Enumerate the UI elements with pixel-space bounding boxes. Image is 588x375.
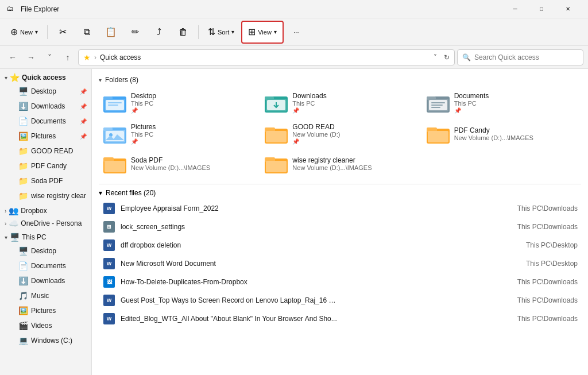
search-box[interactable]: 🔍	[457, 49, 583, 65]
sidebar-item-wiseregistry[interactable]: 📁 wise registry clear	[11, 188, 91, 203]
view-label: View	[258, 29, 272, 36]
minimize-button[interactable]: ─	[502, 0, 528, 18]
pdfcandy-icon: 📁	[18, 161, 28, 171]
share-button[interactable]: ⤴	[148, 21, 171, 44]
thispc-videos[interactable]: 🎬 Videos	[11, 318, 91, 333]
delete-button[interactable]: 🗑	[172, 21, 195, 44]
folder-downloads-icon	[265, 93, 288, 113]
recent-file-3[interactable]: W New Microsoft Word Document This PC\De…	[99, 254, 581, 273]
recent-file-6[interactable]: W Edited_Blog_WTG_All About "About Blank…	[99, 310, 581, 328]
folder-sodapdf-info: Soda PDF New Volume (D:)...\IMAGES	[131, 156, 210, 171]
folder-goodread-icon	[265, 124, 288, 144]
folder-documents-pin: 📌	[454, 107, 489, 114]
sidebar-item-sodapdf[interactable]: 📁 Soda PDF	[11, 173, 91, 188]
folder-downloads-pin: 📌	[292, 107, 326, 114]
thispc-header[interactable]: ▾ 🖥️ This PC	[0, 231, 91, 243]
quick-access-header[interactable]: ▾ ⭐ Quick access	[0, 71, 91, 84]
folder-downloads[interactable]: Downloads This PC 📌	[260, 88, 419, 117]
folder-documents-icon	[427, 93, 450, 113]
folder-documents[interactable]: Documents This PC 📌	[422, 88, 581, 117]
thispc-windowsc-icon: 💻	[18, 336, 28, 345]
file-name-2: dff dropbox deletion	[121, 241, 339, 249]
sidebar-item-desktop[interactable]: 🖥️ Desktop 📌	[11, 84, 91, 99]
thispc-music[interactable]: 🎵 Music	[11, 288, 91, 303]
separator-1	[47, 25, 48, 39]
maximize-button[interactable]: □	[528, 0, 555, 18]
thispc-windowsc[interactable]: 💻 Windows (C:)	[11, 333, 91, 348]
thispc-pictures[interactable]: 🖼️ Pictures	[11, 303, 91, 318]
refresh-button[interactable]: ↻	[444, 53, 450, 61]
thispc-label: This PC	[22, 233, 47, 241]
delete-icon: 🗑	[179, 27, 188, 37]
folder-pdfcandy[interactable]: PDF Candy New Volume (D:)...\IMAGES	[422, 119, 581, 148]
thispc-windowsc-label: Windows (C:)	[31, 337, 72, 345]
sidebar-wiseregistry-label: wise registry clear	[31, 192, 86, 200]
quick-access-icon: ⭐	[10, 73, 20, 82]
search-input[interactable]	[474, 53, 578, 61]
recent-file-0[interactable]: W Employee Appraisal Form_2022 This PC\D…	[99, 199, 581, 218]
view-button[interactable]: ⊞ View ▾	[241, 21, 284, 44]
paste-button[interactable]: 📋	[99, 21, 122, 44]
file-icon-1: ⊞	[102, 220, 116, 234]
folder-desktop-icon	[103, 93, 126, 113]
cut-button[interactable]: ✂	[51, 21, 74, 44]
sort-button[interactable]: ⇅ Sort ▾	[202, 21, 240, 44]
new-button[interactable]: ⊕ New ▾	[5, 21, 44, 44]
folder-wiseregistry-info: wise registry cleaner New Volume (D:)...…	[292, 156, 372, 171]
rename-button[interactable]: ✏	[123, 21, 146, 44]
recent-file-1[interactable]: ⊞ lock_screen_settings This PC\Downloads	[99, 218, 581, 236]
folder-documents-info: Documents This PC 📌	[454, 92, 489, 114]
sidebar-goodread-label: GOOD READ	[31, 147, 73, 155]
folder-desktop[interactable]: Desktop This PC 📌	[99, 88, 258, 117]
thispc-videos-icon: 🎬	[18, 321, 28, 330]
thispc-pictures-label: Pictures	[31, 307, 56, 315]
cut-icon: ✂	[59, 26, 67, 37]
back-button[interactable]: ←	[5, 49, 21, 65]
file-icon-2: W	[102, 238, 116, 252]
address-chevron[interactable]: ˅	[434, 53, 437, 61]
folder-wiseregistry-path: New Volume (D:)...\IMAGES	[292, 164, 372, 171]
thispc-documents-icon: 📄	[18, 261, 28, 270]
file-icon-3: W	[102, 257, 116, 270]
folder-pictures[interactable]: Pictures This PC 📌	[99, 119, 258, 148]
recent-section-header[interactable]: ▾ Recent files (20)	[99, 184, 581, 199]
thispc-documents[interactable]: 📄 Documents	[11, 258, 91, 273]
sidebar-item-pdfcandy[interactable]: 📁 PDF Candy	[11, 158, 91, 173]
svg-rect-4	[108, 102, 122, 103]
dropbox-header[interactable]: › 👥 Dropbox	[0, 204, 91, 217]
sodapdf-icon: 📁	[18, 176, 28, 185]
up-button[interactable]: ↑	[60, 49, 76, 65]
thispc-documents-label: Documents	[31, 262, 66, 270]
sidebar-item-goodread[interactable]: 📁 GOOD READ	[11, 144, 91, 158]
onedrive-header[interactable]: › ☁️ OneDrive - Persona	[0, 217, 91, 230]
quick-access-items: 🖥️ Desktop 📌 ⬇️ Downloads 📌 📄 Documents …	[0, 84, 91, 203]
sidebar-item-downloads[interactable]: ⬇️ Downloads 📌	[11, 99, 91, 114]
thispc-desktop[interactable]: 🖥️ Desktop	[11, 243, 91, 258]
recent-file-2[interactable]: W dff dropbox deletion This PC\Desktop	[99, 236, 581, 254]
forward-button[interactable]: →	[23, 49, 39, 65]
file-name-6: Edited_Blog_WTG_All About "About Blank" …	[121, 315, 339, 323]
sort-icon: ⇅	[208, 26, 215, 37]
desktop-pin-icon: 📌	[80, 88, 87, 95]
recent-file-5[interactable]: W Guest Post_Top Ways to Screen Record o…	[99, 291, 581, 310]
new-arrow: ▾	[35, 29, 38, 35]
folder-sodapdf-icon	[103, 154, 126, 173]
search-icon: 🔍	[462, 53, 471, 61]
path-separator: ›	[94, 53, 96, 61]
close-button[interactable]: ✕	[555, 0, 581, 18]
thispc-downloads[interactable]: ⬇️ Downloads	[11, 273, 91, 288]
folder-goodread[interactable]: GOOD READ New Volume (D:) 📌	[260, 119, 419, 148]
folder-desktop-pin: 📌	[131, 107, 156, 114]
sidebar-item-documents[interactable]: 📄 Documents 📌	[11, 114, 91, 129]
sidebar-item-pictures[interactable]: 🖼️ Pictures 📌	[11, 129, 91, 144]
address-bar[interactable]: ★ › Quick access ˅ ↻	[78, 49, 455, 65]
more-button[interactable]: ···	[285, 21, 308, 44]
thispc-icon: 🖥️	[10, 233, 20, 242]
folders-section-header[interactable]: ▾ Folders (8)	[99, 74, 581, 88]
folder-sodapdf[interactable]: Soda PDF New Volume (D:)...\IMAGES	[99, 150, 258, 177]
recent-file-4[interactable]: 🖼 How-To-Delete-Duplicates-From-Dropbox …	[99, 273, 581, 291]
folder-wiseregistry[interactable]: wise registry cleaner New Volume (D:)...…	[260, 150, 419, 177]
dropdown-button[interactable]: ˅	[41, 49, 57, 65]
thispc-music-label: Music	[31, 292, 49, 300]
copy-button[interactable]: ⧉	[75, 21, 98, 44]
